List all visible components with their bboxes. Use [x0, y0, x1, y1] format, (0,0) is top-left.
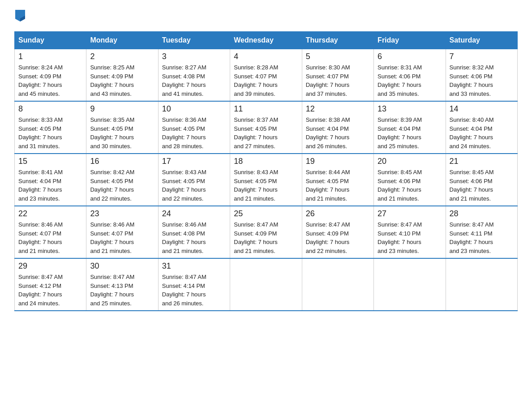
calendar-day-cell: 13 Sunrise: 8:39 AMSunset: 4:04 PMDaylig…: [374, 101, 446, 154]
day-number: 30: [90, 261, 154, 271]
day-header-row: SundayMondayTuesdayWednesdayThursdayFrid…: [15, 32, 518, 49]
logo-icon: [15, 10, 25, 21]
calendar-day-cell: 2 Sunrise: 8:25 AMSunset: 4:09 PMDayligh…: [86, 49, 158, 102]
day-number: 16: [90, 157, 154, 166]
day-info: Sunrise: 8:46 AMSunset: 4:08 PMDaylight:…: [162, 220, 226, 255]
calendar-day-cell: 8 Sunrise: 8:33 AMSunset: 4:05 PMDayligh…: [15, 101, 86, 154]
calendar-day-cell: 3 Sunrise: 8:27 AMSunset: 4:08 PMDayligh…: [158, 49, 230, 102]
day-number: 9: [90, 104, 154, 114]
calendar-day-cell: 19 Sunrise: 8:44 AMSunset: 4:05 PMDaylig…: [302, 154, 373, 206]
day-of-week-header: Wednesday: [230, 32, 302, 49]
calendar-day-cell: 4 Sunrise: 8:28 AMSunset: 4:07 PMDayligh…: [230, 49, 302, 102]
day-number: 28: [450, 209, 514, 218]
day-of-week-header: Friday: [374, 32, 446, 49]
day-number: 25: [234, 209, 298, 218]
calendar-body: 1 Sunrise: 8:24 AMSunset: 4:09 PMDayligh…: [15, 49, 518, 311]
day-info: Sunrise: 8:43 AMSunset: 4:05 PMDaylight:…: [162, 168, 226, 203]
calendar-day-cell: 23 Sunrise: 8:46 AMSunset: 4:07 PMDaylig…: [86, 206, 158, 258]
day-info: Sunrise: 8:30 AMSunset: 4:07 PMDaylight:…: [306, 63, 370, 98]
calendar-week-row: 29 Sunrise: 8:47 AMSunset: 4:12 PMDaylig…: [15, 258, 518, 311]
calendar-table: SundayMondayTuesdayWednesdayThursdayFrid…: [14, 31, 518, 311]
calendar-day-cell: 31 Sunrise: 8:47 AMSunset: 4:14 PMDaylig…: [158, 258, 230, 311]
day-info: Sunrise: 8:47 AMSunset: 4:14 PMDaylight:…: [162, 273, 226, 308]
calendar-day-cell: 7 Sunrise: 8:32 AMSunset: 4:06 PMDayligh…: [446, 49, 517, 102]
calendar-day-cell: 11 Sunrise: 8:37 AMSunset: 4:05 PMDaylig…: [230, 101, 302, 154]
calendar-day-cell: 30 Sunrise: 8:47 AMSunset: 4:13 PMDaylig…: [86, 258, 158, 311]
day-number: 4: [234, 52, 298, 61]
day-number: 19: [306, 157, 370, 166]
day-of-week-header: Sunday: [15, 32, 86, 49]
day-info: Sunrise: 8:45 AMSunset: 4:06 PMDaylight:…: [450, 168, 514, 203]
day-number: 21: [450, 157, 514, 166]
day-info: Sunrise: 8:47 AMSunset: 4:09 PMDaylight:…: [306, 220, 370, 255]
calendar-day-cell: 17 Sunrise: 8:43 AMSunset: 4:05 PMDaylig…: [158, 154, 230, 206]
day-info: Sunrise: 8:45 AMSunset: 4:06 PMDaylight:…: [378, 168, 442, 203]
day-of-week-header: Monday: [86, 32, 158, 49]
day-info: Sunrise: 8:47 AMSunset: 4:13 PMDaylight:…: [90, 273, 154, 308]
calendar-day-cell: 28 Sunrise: 8:47 AMSunset: 4:11 PMDaylig…: [446, 206, 517, 258]
page-header: [14, 11, 518, 22]
calendar-header: SundayMondayTuesdayWednesdayThursdayFrid…: [15, 32, 518, 49]
day-info: Sunrise: 8:47 AMSunset: 4:12 PMDaylight:…: [18, 273, 82, 308]
calendar-day-cell: 20 Sunrise: 8:45 AMSunset: 4:06 PMDaylig…: [374, 154, 446, 206]
calendar-day-cell: 14 Sunrise: 8:40 AMSunset: 4:04 PMDaylig…: [446, 101, 517, 154]
day-number: 7: [450, 52, 514, 61]
calendar-day-cell: [446, 258, 517, 311]
day-number: 22: [18, 209, 82, 218]
day-number: 24: [162, 209, 226, 218]
day-of-week-header: Saturday: [446, 32, 517, 49]
calendar-day-cell: 12 Sunrise: 8:38 AMSunset: 4:04 PMDaylig…: [302, 101, 373, 154]
day-info: Sunrise: 8:24 AMSunset: 4:09 PMDaylight:…: [18, 63, 82, 98]
day-info: Sunrise: 8:27 AMSunset: 4:08 PMDaylight:…: [162, 63, 226, 98]
day-info: Sunrise: 8:32 AMSunset: 4:06 PMDaylight:…: [450, 63, 514, 98]
day-number: 26: [306, 209, 370, 218]
calendar-day-cell: 25 Sunrise: 8:47 AMSunset: 4:09 PMDaylig…: [230, 206, 302, 258]
day-number: 12: [306, 104, 370, 114]
calendar-week-row: 15 Sunrise: 8:41 AMSunset: 4:04 PMDaylig…: [15, 154, 518, 206]
day-number: 6: [378, 52, 442, 61]
day-info: Sunrise: 8:46 AMSunset: 4:07 PMDaylight:…: [90, 220, 154, 255]
day-info: Sunrise: 8:38 AMSunset: 4:04 PMDaylight:…: [306, 116, 370, 150]
day-info: Sunrise: 8:41 AMSunset: 4:04 PMDaylight:…: [18, 168, 82, 203]
day-number: 10: [162, 104, 226, 114]
day-info: Sunrise: 8:37 AMSunset: 4:05 PMDaylight:…: [234, 116, 298, 150]
day-number: 18: [234, 157, 298, 166]
day-info: Sunrise: 8:46 AMSunset: 4:07 PMDaylight:…: [18, 220, 82, 255]
day-number: 2: [90, 52, 154, 61]
calendar-day-cell: 18 Sunrise: 8:43 AMSunset: 4:05 PMDaylig…: [230, 154, 302, 206]
calendar-day-cell: 29 Sunrise: 8:47 AMSunset: 4:12 PMDaylig…: [15, 258, 86, 311]
day-info: Sunrise: 8:35 AMSunset: 4:05 PMDaylight:…: [90, 116, 154, 150]
day-of-week-header: Thursday: [302, 32, 373, 49]
calendar-day-cell: 22 Sunrise: 8:46 AMSunset: 4:07 PMDaylig…: [15, 206, 86, 258]
calendar-day-cell: 6 Sunrise: 8:31 AMSunset: 4:06 PMDayligh…: [374, 49, 446, 102]
calendar-day-cell: 15 Sunrise: 8:41 AMSunset: 4:04 PMDaylig…: [15, 154, 86, 206]
calendar-day-cell: 10 Sunrise: 8:36 AMSunset: 4:05 PMDaylig…: [158, 101, 230, 154]
day-info: Sunrise: 8:43 AMSunset: 4:05 PMDaylight:…: [234, 168, 298, 203]
day-info: Sunrise: 8:28 AMSunset: 4:07 PMDaylight:…: [234, 63, 298, 98]
calendar-week-row: 22 Sunrise: 8:46 AMSunset: 4:07 PMDaylig…: [15, 206, 518, 258]
calendar-day-cell: [374, 258, 446, 311]
day-info: Sunrise: 8:33 AMSunset: 4:05 PMDaylight:…: [18, 116, 82, 150]
calendar-week-row: 8 Sunrise: 8:33 AMSunset: 4:05 PMDayligh…: [15, 101, 518, 154]
calendar-day-cell: 1 Sunrise: 8:24 AMSunset: 4:09 PMDayligh…: [15, 49, 86, 102]
calendar-day-cell: [230, 258, 302, 311]
day-info: Sunrise: 8:25 AMSunset: 4:09 PMDaylight:…: [90, 63, 154, 98]
day-number: 15: [18, 157, 82, 166]
day-info: Sunrise: 8:39 AMSunset: 4:04 PMDaylight:…: [378, 116, 442, 150]
day-info: Sunrise: 8:44 AMSunset: 4:05 PMDaylight:…: [306, 168, 370, 203]
day-info: Sunrise: 8:42 AMSunset: 4:05 PMDaylight:…: [90, 168, 154, 203]
day-number: 17: [162, 157, 226, 166]
day-info: Sunrise: 8:47 AMSunset: 4:10 PMDaylight:…: [378, 220, 442, 255]
day-info: Sunrise: 8:36 AMSunset: 4:05 PMDaylight:…: [162, 116, 226, 150]
day-number: 3: [162, 52, 226, 61]
calendar-day-cell: [302, 258, 373, 311]
calendar-day-cell: 27 Sunrise: 8:47 AMSunset: 4:10 PMDaylig…: [374, 206, 446, 258]
calendar-day-cell: 16 Sunrise: 8:42 AMSunset: 4:05 PMDaylig…: [86, 154, 158, 206]
day-number: 31: [162, 261, 226, 271]
day-of-week-header: Tuesday: [158, 32, 230, 49]
day-number: 23: [90, 209, 154, 218]
day-number: 14: [450, 104, 514, 114]
day-info: Sunrise: 8:31 AMSunset: 4:06 PMDaylight:…: [378, 63, 442, 98]
calendar-day-cell: 21 Sunrise: 8:45 AMSunset: 4:06 PMDaylig…: [446, 154, 517, 206]
day-number: 27: [378, 209, 442, 218]
